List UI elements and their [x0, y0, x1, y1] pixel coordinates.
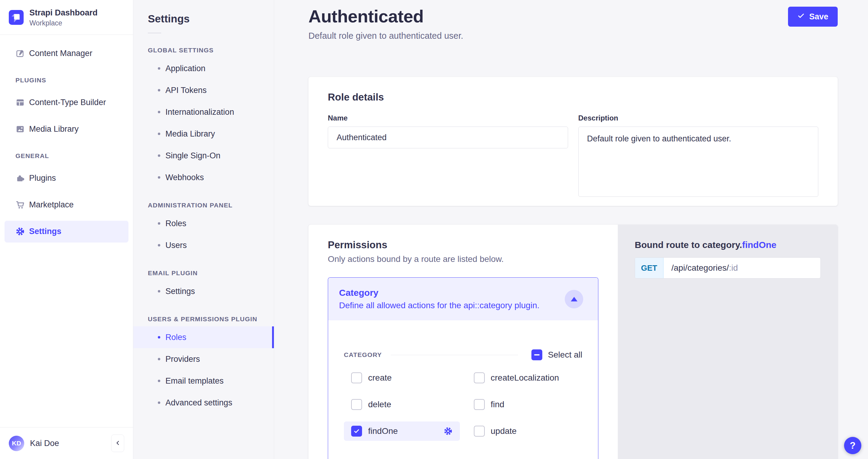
settings-item-single-sign-on[interactable]: Single Sign-On [133, 145, 274, 166]
action-row-delete: delete [344, 395, 460, 414]
sidebar-item-label: Plugins [29, 173, 56, 183]
delete-checkbox[interactable] [351, 399, 362, 410]
bullet-icon [158, 222, 160, 225]
role-name-input[interactable] [328, 127, 568, 149]
app-root: Strapi Dashboard Workplace Content Manag… [0, 0, 868, 459]
settings-section-admin-panel: ADMINISTRATION PANEL [148, 202, 274, 209]
sidebar-section-plugins: PLUGINS [16, 76, 128, 84]
permissions-subtitle: Only actions bound by a route are listed… [328, 254, 598, 264]
settings-sidebar-title: Settings [148, 13, 274, 25]
settings-section-users-permissions: USERS & PERMISSIONS PLUGIN [148, 316, 274, 323]
role-description-textarea[interactable]: Default role given to authenticated user… [578, 127, 818, 197]
divider [148, 33, 161, 33]
settings-item-up-email-templates[interactable]: Email templates [133, 370, 274, 392]
findOne-checkbox[interactable] [351, 426, 362, 436]
settings-sidebar: Settings GLOBAL SETTINGS Application API… [133, 0, 274, 459]
workspace-title: Strapi Dashboard [29, 8, 98, 18]
route-param: :id [729, 263, 738, 273]
check-icon [798, 12, 805, 22]
settings-section-email-plugin: EMAIL PLUGIN [148, 269, 274, 277]
bound-route-title: Bound route to category.findOne [635, 240, 821, 250]
category-group-label: CATEGORY [344, 351, 382, 359]
help-button[interactable]: ? [844, 437, 861, 454]
select-all-control: Select all [531, 350, 582, 360]
page-header: Authenticated Default role given to auth… [308, 0, 838, 41]
category-accordion-header[interactable]: Category Define all allowed actions for … [328, 277, 598, 320]
accordion-title: Category [339, 288, 587, 298]
page-subtitle: Default role given to authenticated user… [308, 31, 463, 41]
settings-item-up-providers[interactable]: Providers [133, 348, 274, 370]
actions-grid: create createLocalization delete [344, 368, 582, 441]
sidebar-item-label: Content Manager [29, 49, 92, 58]
bullet-icon [158, 155, 160, 157]
action-row-update: update [467, 422, 583, 441]
settings-item-admin-roles[interactable]: Roles [133, 212, 274, 234]
role-details-title: Role details [328, 92, 818, 103]
create-checkbox[interactable] [351, 372, 362, 383]
select-all-checkbox[interactable] [531, 350, 542, 360]
role-details-card: Role details Name Description Default ro… [308, 77, 838, 206]
settings-item-up-roles[interactable]: Roles [133, 326, 274, 348]
sidebar-item-label: Media Library [29, 125, 79, 134]
sidebar-item-plugins[interactable]: Plugins [4, 167, 128, 189]
find-checkbox[interactable] [474, 399, 485, 410]
settings-item-email-settings[interactable]: Settings [133, 281, 274, 302]
category-accordion: Category Define all allowed actions for … [328, 277, 598, 459]
workspace-brand[interactable]: Strapi Dashboard Workplace [0, 0, 133, 34]
chevron-left-icon [115, 439, 121, 447]
settings-item-api-tokens[interactable]: API Tokens [133, 79, 274, 101]
strapi-logo-icon [9, 10, 24, 25]
settings-item-application[interactable]: Application [133, 58, 274, 79]
name-label: Name [328, 114, 568, 122]
bullet-icon [158, 358, 160, 360]
bullet-icon [158, 244, 160, 247]
bullet-icon [158, 336, 160, 338]
findone-settings-gear-button[interactable] [443, 427, 453, 436]
workspace-subtitle: Workplace [29, 19, 98, 27]
bullet-icon [158, 89, 160, 92]
bullet-icon [158, 290, 160, 293]
action-row-find: find [467, 395, 583, 414]
createLocalization-checkbox[interactable] [474, 372, 485, 383]
user-name: Kai Doe [30, 439, 105, 448]
main-nav: Content Manager PLUGINS Content-Type Bui… [0, 35, 133, 427]
accordion-subtitle: Define all allowed actions for the api::… [339, 301, 587, 310]
settings-section-global: GLOBAL SETTINGS [148, 46, 274, 54]
bullet-icon [158, 111, 160, 113]
collapse-accordion-button[interactable] [565, 290, 583, 308]
settings-item-internationalization[interactable]: Internationalization [133, 101, 274, 123]
action-row-findone[interactable]: findOne [344, 422, 460, 441]
permissions-panel: Permissions Only actions bound by a rout… [308, 225, 618, 459]
sidebar-item-label: Content-Type Builder [29, 98, 106, 107]
http-method-badge: GET [635, 258, 663, 278]
description-label: Description [578, 114, 818, 122]
update-checkbox[interactable] [474, 426, 485, 436]
page-title: Authenticated [308, 6, 463, 26]
settings-item-webhooks[interactable]: Webhooks [133, 166, 274, 188]
sidebar-footer: KD Kai Doe [0, 427, 133, 459]
avatar[interactable]: KD [9, 436, 24, 451]
sidebar-item-marketplace[interactable]: Marketplace [4, 194, 128, 216]
gear-icon [16, 227, 25, 236]
settings-item-up-advanced-settings[interactable]: Advanced settings [133, 392, 274, 414]
sidebar-item-settings[interactable]: Settings [4, 221, 128, 242]
pen-icon [16, 49, 25, 58]
caret-up-icon [571, 297, 578, 301]
sidebar-item-content-manager[interactable]: Content Manager [4, 43, 128, 65]
collapse-sidebar-button[interactable] [111, 434, 124, 452]
settings-item-admin-users[interactable]: Users [133, 234, 274, 256]
sidebar-item-content-type-builder[interactable]: Content-Type Builder [4, 92, 128, 113]
select-all-label: Select all [548, 350, 582, 360]
settings-item-media-library[interactable]: Media Library [133, 123, 274, 145]
sidebar-item-label: Settings [29, 227, 62, 236]
save-button[interactable]: Save [788, 7, 838, 27]
picture-icon [16, 125, 25, 134]
sidebar-section-general: GENERAL [16, 152, 128, 160]
permissions-card: Permissions Only actions bound by a rout… [308, 225, 838, 459]
indeterminate-minus-icon [534, 354, 539, 356]
bullet-icon [158, 380, 160, 382]
puzzle-icon [16, 173, 25, 183]
sidebar-item-media-library[interactable]: Media Library [4, 119, 128, 140]
bound-route-panel: Bound route to category.findOne GET /api… [618, 225, 838, 459]
main-sidebar: Strapi Dashboard Workplace Content Manag… [0, 0, 133, 459]
